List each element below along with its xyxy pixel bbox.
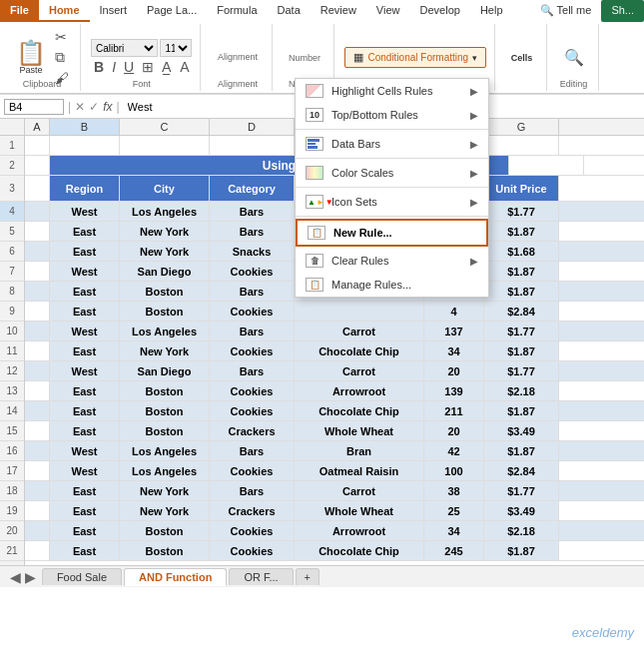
cell-c7[interactable]: San Diego bbox=[120, 262, 210, 281]
cell-f16[interactable]: 42 bbox=[424, 441, 484, 460]
cell-g9[interactable]: $2.84 bbox=[484, 302, 559, 321]
cell-g1[interactable] bbox=[484, 136, 559, 155]
cell-a11[interactable] bbox=[25, 341, 50, 360]
cell-c16[interactable]: Los Angeles bbox=[120, 441, 210, 460]
cell-d21[interactable]: Cookies bbox=[210, 541, 295, 560]
cell-e20[interactable]: Arrowroot bbox=[295, 521, 424, 540]
cell-f18[interactable]: 38 bbox=[424, 481, 484, 500]
cell-a12[interactable] bbox=[25, 361, 50, 380]
cell-e10[interactable]: Carrot bbox=[295, 322, 424, 340]
cell-f9[interactable]: 4 bbox=[424, 302, 484, 321]
sheet-tab-or[interactable]: OR F... bbox=[229, 568, 293, 585]
cell-c14[interactable]: Boston bbox=[120, 401, 210, 420]
cell-a6[interactable] bbox=[25, 242, 50, 261]
cell-g19[interactable]: $3.49 bbox=[484, 501, 559, 520]
cell-e19[interactable]: Whole Wheat bbox=[295, 501, 424, 520]
tab-insert[interactable]: Insert bbox=[90, 0, 138, 22]
cell-c19[interactable]: New York bbox=[120, 501, 210, 520]
cell-c4[interactable]: Los Angeles bbox=[120, 202, 210, 221]
cell-d4[interactable]: Bars bbox=[210, 202, 295, 221]
cell-a2[interactable] bbox=[25, 156, 50, 175]
cell-g14[interactable]: $1.87 bbox=[484, 401, 559, 420]
bold-button[interactable]: B bbox=[91, 58, 107, 76]
cell-b13[interactable]: East bbox=[50, 381, 120, 400]
col-header-g[interactable]: G bbox=[484, 119, 559, 135]
cell-c13[interactable]: Boston bbox=[120, 381, 210, 400]
font-size-select[interactable]: 11 bbox=[160, 39, 192, 57]
col-header-d[interactable]: D bbox=[210, 119, 295, 135]
cell-b6[interactable]: East bbox=[50, 242, 120, 261]
tab-review[interactable]: Review bbox=[311, 0, 366, 22]
col-header-a[interactable]: A bbox=[25, 119, 50, 135]
cell-c5[interactable]: New York bbox=[120, 222, 210, 241]
cell-d1[interactable] bbox=[210, 136, 295, 155]
cell-a8[interactable] bbox=[25, 282, 50, 301]
cell-b10[interactable]: West bbox=[50, 322, 120, 340]
cell-g8[interactable]: $1.87 bbox=[484, 282, 559, 301]
cell-c15[interactable]: Boston bbox=[120, 421, 210, 440]
cell-a9[interactable] bbox=[25, 302, 50, 321]
cell-c21[interactable]: Boston bbox=[120, 541, 210, 560]
cell-g18[interactable]: $1.77 bbox=[484, 481, 559, 500]
menu-item-clear-rules[interactable]: 🗑 Clear Rules ▶ bbox=[296, 249, 488, 273]
cell-a10[interactable] bbox=[25, 322, 50, 340]
cell-g20[interactable]: $2.18 bbox=[484, 521, 559, 540]
cell-d18[interactable]: Bars bbox=[210, 481, 295, 500]
menu-item-iconsets[interactable]: ▲ ► ▼ Icon Sets ▶ bbox=[296, 190, 488, 214]
formula-x-icon[interactable]: ✕ bbox=[75, 100, 85, 114]
cell-e15[interactable]: Whole Wheat bbox=[295, 421, 424, 440]
cell-g11[interactable]: $1.87 bbox=[484, 341, 559, 360]
cell-b12[interactable]: West bbox=[50, 361, 120, 380]
menu-item-databars[interactable]: Data Bars ▶ bbox=[296, 132, 488, 156]
sheet-tab-food-sale[interactable]: Food Sale bbox=[42, 568, 122, 585]
menu-item-manage-rules[interactable]: 📋 Manage Rules... bbox=[296, 273, 488, 297]
cell-c9[interactable]: Boston bbox=[120, 302, 210, 321]
cell-a18[interactable] bbox=[25, 481, 50, 500]
formula-fx-icon[interactable]: fx bbox=[103, 100, 112, 114]
cell-b21[interactable]: East bbox=[50, 541, 120, 560]
cell-b17[interactable]: West bbox=[50, 461, 120, 480]
cell-d8[interactable]: Bars bbox=[210, 282, 295, 301]
sheet-tab-add[interactable]: + bbox=[296, 568, 320, 585]
cell-a4[interactable] bbox=[25, 202, 50, 221]
cell-e12[interactable]: Carrot bbox=[295, 361, 424, 380]
cell-a15[interactable] bbox=[25, 421, 50, 440]
menu-item-highlight-cells[interactable]: Highlight Cells Rules ▶ bbox=[296, 79, 488, 103]
cell-d12[interactable]: Bars bbox=[210, 361, 295, 380]
cell-d10[interactable]: Bars bbox=[210, 322, 295, 340]
cell-c17[interactable]: Los Angeles bbox=[120, 461, 210, 480]
tab-data[interactable]: Data bbox=[268, 0, 311, 22]
cell-g6[interactable]: $1.68 bbox=[484, 242, 559, 261]
cell-g4[interactable]: $1.77 bbox=[484, 202, 559, 221]
cell-g10[interactable]: $1.77 bbox=[484, 322, 559, 340]
paste-button[interactable]: 📋 Paste bbox=[12, 39, 50, 77]
cell-a19[interactable] bbox=[25, 501, 50, 520]
cell-g13[interactable]: $2.18 bbox=[484, 381, 559, 400]
cell-b19[interactable]: East bbox=[50, 501, 120, 520]
cell-b11[interactable]: East bbox=[50, 341, 120, 360]
cell-g5[interactable]: $1.87 bbox=[484, 222, 559, 241]
sheet-tab-and-function[interactable]: AND Function bbox=[124, 568, 227, 586]
cell-e11[interactable]: Chocolate Chip bbox=[295, 341, 424, 360]
cell-c12[interactable]: San Diego bbox=[120, 361, 210, 380]
conditional-formatting-button[interactable]: ▦ Conditional Formatting ▾ bbox=[344, 47, 486, 68]
col-header-b[interactable]: B bbox=[50, 119, 120, 135]
cell-a13[interactable] bbox=[25, 381, 50, 400]
menu-item-topbottom[interactable]: 10 Top/Bottom Rules ▶ bbox=[296, 103, 488, 127]
cell-b15[interactable]: East bbox=[50, 421, 120, 440]
cell-b16[interactable]: West bbox=[50, 441, 120, 460]
font-color-button[interactable]: A bbox=[177, 58, 192, 76]
cell-b18[interactable]: East bbox=[50, 481, 120, 500]
cell-g2[interactable] bbox=[509, 156, 584, 175]
cell-c8[interactable]: Boston bbox=[120, 282, 210, 301]
cell-f15[interactable]: 20 bbox=[424, 421, 484, 440]
cell-g7[interactable]: $1.87 bbox=[484, 262, 559, 281]
tab-pagelayout[interactable]: Page La... bbox=[137, 0, 207, 22]
cell-g17[interactable]: $2.84 bbox=[484, 461, 559, 480]
underline-button[interactable]: U bbox=[121, 58, 137, 76]
cell-b1[interactable] bbox=[50, 136, 120, 155]
font-family-select[interactable]: Calibri bbox=[91, 39, 158, 57]
cell-a7[interactable] bbox=[25, 262, 50, 281]
cell-b5[interactable]: East bbox=[50, 222, 120, 241]
cell-e14[interactable]: Chocolate Chip bbox=[295, 401, 424, 420]
